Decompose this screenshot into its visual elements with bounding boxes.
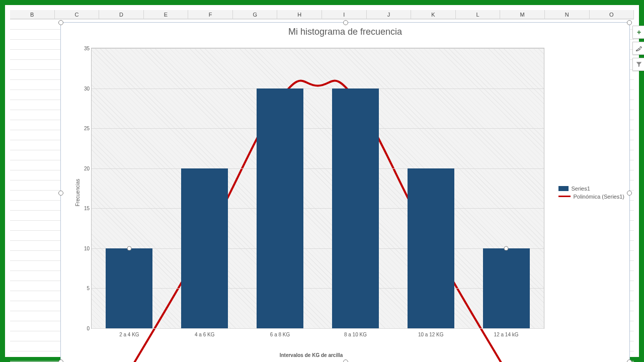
trendline[interactable] [92, 48, 544, 362]
bar[interactable] [483, 248, 530, 328]
resize-handle[interactable] [58, 20, 63, 25]
legend-item-trendline[interactable]: Polinómica (Series1) [558, 194, 624, 200]
column-header[interactable]: D [99, 10, 144, 19]
legend-label: Series1 [572, 186, 590, 192]
y-tick-label: 35 [79, 46, 90, 51]
column-header[interactable]: I [322, 10, 367, 19]
trendline-endpoint[interactable] [127, 246, 131, 250]
x-axis-label[interactable]: Intervalos de KG de arcilla [76, 352, 546, 358]
chart-title[interactable]: Mi histograma de frecuencia [61, 27, 629, 37]
legend-item-series1[interactable]: Series1 [558, 186, 624, 192]
column-header[interactable]: K [411, 10, 456, 19]
legend[interactable]: Series1 Polinómica (Series1) [558, 184, 624, 202]
column-header[interactable]: H [277, 10, 322, 19]
legend-line-icon [558, 196, 571, 197]
chart-filters-button[interactable] [632, 58, 644, 71]
resize-handle[interactable] [58, 359, 63, 362]
resize-handle[interactable] [343, 20, 348, 25]
x-tick-label: 4 a 6 KG [195, 332, 214, 337]
column-header[interactable]: F [188, 10, 233, 19]
plot-area[interactable]: 051015202530352 a 4 KG4 a 6 KG6 a 8 KG8 … [91, 48, 544, 329]
column-header[interactable]: E [144, 10, 189, 19]
resize-handle[interactable] [627, 359, 632, 362]
bar[interactable] [332, 88, 379, 328]
chart-side-buttons: + [632, 26, 644, 71]
x-tick-label: 2 a 4 KG [119, 332, 139, 337]
y-tick-label: 20 [79, 165, 90, 171]
bar[interactable] [106, 248, 152, 328]
column-header[interactable]: G [233, 10, 278, 19]
resize-handle[interactable] [58, 191, 63, 196]
worksheet[interactable]: BCDEFGHIJKLMNO + Mi histograma de frecue… [10, 10, 634, 352]
chart-elements-button[interactable]: + [632, 26, 644, 39]
column-header[interactable]: B [10, 10, 55, 19]
plot-area-wrap: Frecuencias Intervalos de KG de arcilla … [76, 43, 546, 342]
bar[interactable] [257, 88, 303, 328]
y-tick-label: 15 [79, 206, 90, 211]
chart-styles-button[interactable] [632, 42, 644, 55]
resize-handle[interactable] [627, 191, 632, 196]
column-headers[interactable]: BCDEFGHIJKLMNO [10, 10, 634, 19]
column-header[interactable]: C [55, 10, 100, 19]
legend-label: Polinómica (Series1) [574, 194, 624, 200]
bar[interactable] [181, 168, 228, 328]
y-tick-label: 0 [79, 326, 90, 331]
column-header[interactable]: O [590, 10, 634, 19]
resize-handle[interactable] [627, 20, 632, 25]
y-tick-label: 30 [79, 85, 90, 91]
x-tick-label: 8 a 10 KG [344, 332, 367, 337]
app-frame: BCDEFGHIJKLMNO + Mi histograma de frecue… [0, 0, 644, 362]
y-tick-label: 5 [79, 286, 90, 291]
legend-swatch-icon [558, 186, 569, 191]
column-header[interactable]: M [500, 10, 545, 19]
column-header[interactable]: L [456, 10, 501, 19]
x-tick-label: 6 a 8 KG [270, 332, 290, 337]
resize-handle[interactable] [343, 359, 348, 362]
y-tick-label: 10 [79, 245, 90, 251]
chart-object[interactable]: + Mi histograma de frecuencia Frecuencia… [60, 22, 630, 362]
column-header[interactable]: N [545, 10, 590, 19]
y-tick-label: 25 [79, 126, 90, 131]
column-header[interactable]: J [367, 10, 412, 19]
y-axis-label[interactable]: Frecuencias [75, 178, 80, 206]
x-tick-label: 12 a 14 kG [494, 332, 519, 337]
x-tick-label: 10 a 12 KG [418, 332, 444, 337]
trendline-endpoint[interactable] [504, 246, 509, 250]
bar[interactable] [408, 168, 454, 328]
